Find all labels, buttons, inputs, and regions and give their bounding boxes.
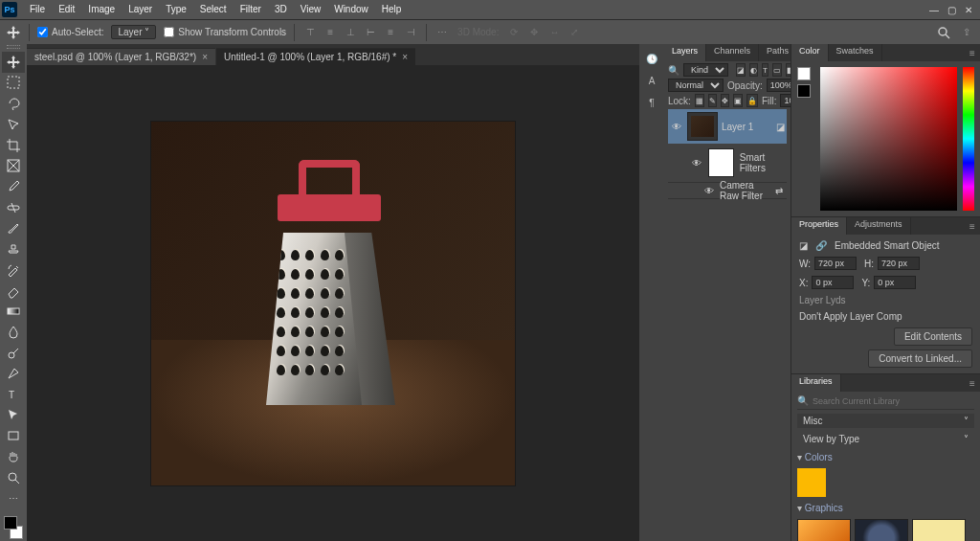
eraser-tool[interactable] [2,281,25,302]
align-bottom-edges-icon[interactable]: ⊥ [343,25,358,40]
character-panel-icon[interactable]: A [641,70,662,91]
colors-section-header[interactable]: Colors [797,450,974,464]
type-tool[interactable]: T [2,384,25,405]
visibility-toggle-icon[interactable]: 👁 [670,122,683,132]
filter-blend-icon[interactable]: ⇄ [775,186,783,196]
filter-adjust-icon[interactable]: ◐ [749,63,758,77]
tab-channels[interactable]: Channels [706,44,759,61]
tab-color[interactable]: Color [791,44,829,61]
filter-type-icon[interactable]: T [762,63,768,77]
menu-edit[interactable]: Edit [52,0,81,19]
blend-mode-select[interactable]: Normal [668,79,724,92]
menu-window[interactable]: Window [327,0,375,19]
zoom-tool[interactable] [2,467,25,488]
share-icon[interactable]: ⇪ [959,25,974,40]
menu-filter[interactable]: Filter [234,0,268,19]
edit-toolbar[interactable]: ⋯ [2,488,25,509]
menu-help[interactable]: Help [375,0,409,19]
tab-layers[interactable]: Layers [664,44,706,61]
path-select-tool[interactable] [2,405,25,426]
crop-tool[interactable] [2,135,25,156]
library-select[interactable]: Misc˅ [797,414,974,428]
paragraph-panel-icon[interactable]: ¶ [641,92,662,113]
filter-pixel-icon[interactable]: ◪ [736,63,746,77]
library-color-swatch[interactable] [797,468,826,497]
view-by-type[interactable]: View by Type˅ [797,432,974,446]
library-search[interactable]: 🔍 [797,395,974,410]
layer-item[interactable]: 👁 Layer 1 ◪ [668,109,787,144]
lock-transparency-icon[interactable]: ▦ [695,94,704,107]
more-options-icon[interactable]: ⋯ [434,25,450,40]
hue-slider[interactable] [963,67,974,211]
tab-libraries[interactable]: Libraries [791,374,841,392]
lock-all-icon[interactable]: 🔒 [746,94,758,107]
dodge-tool[interactable] [2,343,25,364]
menu-layer[interactable]: Layer [122,0,159,19]
auto-select-mode[interactable]: Layer ˅ [111,25,156,39]
foreground-color-swatch[interactable] [797,67,811,80]
layer-name[interactable]: Layer 1 [722,122,753,132]
x-input[interactable] [812,276,854,289]
pen-tool[interactable] [2,363,25,384]
layer-comp-select[interactable]: Don't Apply Layer Comp [799,311,972,322]
smart-filters-row[interactable]: 👁 Smart Filters [668,146,787,180]
filter-item[interactable]: 👁 Camera Raw Filter ⇄ [668,182,787,199]
foreground-swatch[interactable] [4,516,17,530]
hand-tool[interactable] [2,446,25,467]
visibility-toggle-icon[interactable]: 👁 [691,158,702,169]
menu-select[interactable]: Select [193,0,234,19]
graphics-section-header[interactable]: Graphics [797,501,974,515]
menu-image[interactable]: Image [81,0,122,19]
gradient-tool[interactable] [2,301,25,322]
align-horizontal-centers-icon[interactable]: ≡ [383,25,398,40]
quick-select-tool[interactable] [2,114,25,135]
window-minimize-button[interactable]: — [928,5,940,14]
width-input[interactable] [814,257,857,270]
color-field[interactable] [820,67,957,211]
blur-tool[interactable] [2,322,25,343]
document-tab[interactable]: Untitled-1 @ 100% (Layer 1, RGB/16#) * × [216,48,415,65]
filter-shape-icon[interactable]: ▭ [772,63,782,77]
background-color-swatch[interactable] [797,84,811,98]
library-graphic-item[interactable] [855,519,908,541]
rectangle-tool[interactable] [2,426,25,447]
tab-adjustments[interactable]: Adjustments [847,217,911,235]
align-vertical-centers-icon[interactable]: ≡ [323,25,338,40]
lock-position-icon[interactable]: ✥ [721,94,729,107]
align-right-edges-icon[interactable]: ⊣ [403,25,418,40]
move-tool-icon[interactable] [6,25,21,40]
frame-tool[interactable] [2,155,25,176]
tab-properties[interactable]: Properties [791,217,847,235]
window-restore-button[interactable]: ▢ [946,5,957,14]
search-icon[interactable]: 🔍 [668,65,679,76]
history-panel-icon[interactable]: 🕓 [641,48,662,69]
lasso-tool[interactable] [2,93,25,114]
healing-brush-tool[interactable] [2,197,25,218]
menu-file[interactable]: File [23,0,52,19]
convert-to-linked-button[interactable]: Convert to Linked... [868,349,972,368]
close-icon[interactable]: × [402,52,408,62]
lock-artboard-icon[interactable]: ▣ [733,94,743,107]
move-tool[interactable] [2,52,25,73]
panel-menu-icon[interactable]: ≡ [965,217,980,235]
auto-select-checkbox[interactable]: Auto-Select: [37,27,103,37]
foreground-background-swatches[interactable] [2,514,25,541]
edit-contents-button[interactable]: Edit Contents [894,327,972,346]
filter-kind-select[interactable]: Kind [683,63,728,77]
y-input[interactable] [874,276,916,289]
layer-thumbnail[interactable] [687,112,718,141]
marquee-tool[interactable] [2,73,25,94]
visibility-toggle-icon[interactable]: 👁 [704,186,714,196]
align-top-edges-icon[interactable]: ⊤ [302,25,318,40]
transform-controls-checkbox[interactable]: Show Transform Controls [164,27,286,37]
filter-mask-thumbnail[interactable] [708,148,734,177]
clone-stamp-tool[interactable] [2,238,25,259]
library-graphic-item[interactable] [912,519,966,541]
library-search-input[interactable] [813,396,974,406]
canvas-viewport[interactable] [27,65,639,541]
close-icon[interactable]: × [202,52,208,62]
panel-menu-icon[interactable]: ≡ [965,44,980,61]
library-graphic-item[interactable] [797,519,851,541]
document-tab[interactable]: steel.psd @ 100% (Layer 1, RGB/32*) × [27,48,215,65]
menu-type[interactable]: Type [159,0,193,19]
